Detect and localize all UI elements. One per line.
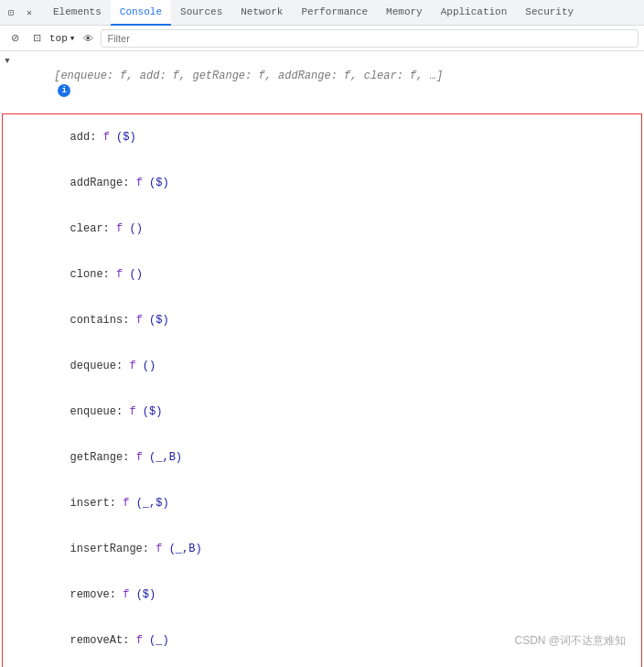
prop-removerange: removeRange: f (A) — [3, 663, 641, 667]
tab-application[interactable]: Application — [432, 0, 517, 26]
tab-memory[interactable]: Memory — [377, 0, 432, 26]
tab-security[interactable]: Security — [516, 0, 583, 26]
inspect-icon[interactable]: ✕ — [22, 5, 37, 20]
top-line-text: [enqueue: f, add: f, getRange: f, addRan… — [54, 70, 443, 82]
prop-insertrange: insertRange: f (_,B) — [3, 526, 641, 572]
clear-console-button[interactable]: ⊘ — [5, 29, 24, 48]
console-toolbar: ⊘ ⊡ top ▾ 👁 — [0, 26, 644, 51]
context-selector[interactable]: top ▾ — [49, 29, 75, 48]
prop-insertrange-content: insertRange: f (_,B) — [17, 527, 638, 571]
prop-clear: clear: f () — [3, 206, 641, 252]
tab-bar: ⊡ ✕ Elements Console Sources Network Per… — [0, 0, 644, 26]
eye-icon[interactable]: 👁 — [79, 29, 97, 48]
prop-add-content: add: f ($) — [17, 115, 638, 159]
prop-enqueue-content: enqueue: f ($) — [17, 390, 638, 434]
context-dropdown-icon: ▾ — [70, 32, 76, 44]
prop-enqueue: enqueue: f ($) — [3, 389, 641, 435]
tab-console[interactable]: Console — [111, 0, 171, 26]
tab-sources[interactable]: Sources — [171, 0, 231, 26]
prop-addrange: addRange: f ($) — [3, 160, 641, 206]
prop-insert-content: insert: f (_,$) — [17, 481, 638, 525]
console-output: ▼ [enqueue: f, add: f, getRange: f, addR… — [0, 51, 644, 667]
prop-clone-content: clone: f () — [17, 253, 638, 296]
prop-addrange-content: addRange: f ($) — [17, 161, 638, 205]
prop-remove: remove: f ($) — [3, 572, 641, 618]
dock-icon[interactable]: ⊡ — [4, 5, 18, 20]
prop-getrange-content: getRange: f (_,B) — [17, 436, 638, 479]
top-line-content: [enqueue: f, add: f, getRange: f, addRan… — [15, 54, 640, 113]
prop-contains: contains: f ($) — [3, 297, 641, 343]
prop-dequeue: dequeue: f () — [3, 343, 641, 389]
top-object-line: ▼ [enqueue: f, add: f, getRange: f, addR… — [0, 53, 644, 113]
tab-network[interactable]: Network — [231, 0, 292, 26]
tab-performance[interactable]: Performance — [292, 0, 377, 26]
prop-contains-content: contains: f ($) — [17, 298, 638, 342]
prop-remove-content: remove: f ($) — [17, 573, 638, 617]
prop-getrange: getRange: f (_,B) — [3, 435, 641, 480]
highlighted-properties: add: f ($) addRange: f ($) clear: f () c… — [2, 113, 642, 667]
tab-elements[interactable]: Elements — [44, 0, 111, 26]
prop-clear-content: clear: f () — [17, 207, 638, 251]
info-badge[interactable]: i — [58, 84, 70, 97]
context-label: top — [49, 33, 68, 44]
filter-toggle-button[interactable]: ⊡ — [27, 29, 46, 48]
prop-insert: insert: f (_,$) — [3, 480, 641, 526]
filter-input[interactable] — [101, 29, 639, 48]
watermark: CSDN @词不达意难知 — [514, 633, 626, 649]
prop-dequeue-content: dequeue: f () — [17, 344, 638, 388]
devtools-icons: ⊡ ✕ — [4, 5, 37, 20]
prop-add: add: f ($) — [3, 114, 641, 160]
expand-arrow-top[interactable]: ▼ — [0, 54, 15, 69]
prop-clone: clone: f () — [3, 252, 641, 297]
